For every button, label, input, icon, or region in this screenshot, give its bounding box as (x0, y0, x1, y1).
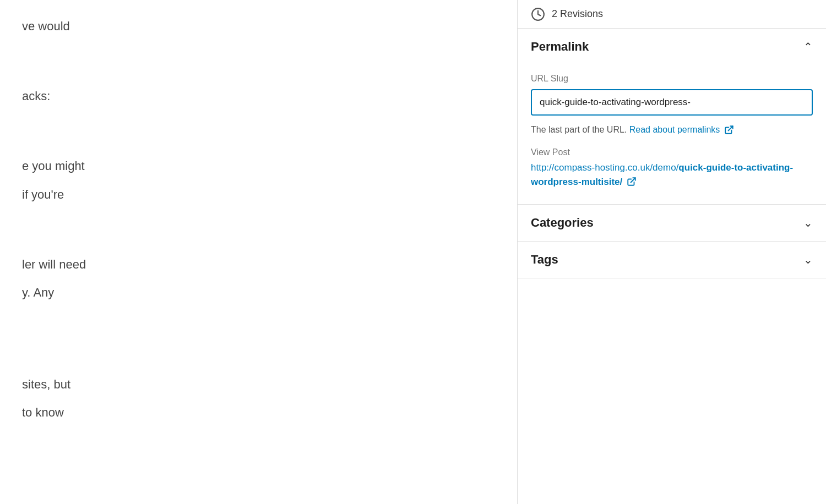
text-line-11: sites, but (22, 375, 495, 394)
text-line-1: ve would (22, 17, 495, 36)
view-post-link[interactable]: http://compass-hosting.co.uk/demo/quick-… (531, 162, 793, 187)
svg-line-1 (728, 126, 732, 130)
view-post-label: View Post (531, 147, 813, 157)
text-line-6: if you're (22, 185, 495, 204)
text-line-2 (22, 45, 495, 78)
content-editor-left: ve would acks: e you might if you're ler… (0, 0, 518, 504)
clock-icon (531, 7, 545, 21)
categories-title: Categories (531, 216, 594, 230)
url-slug-label: URL Slug (531, 74, 813, 84)
tags-title: Tags (531, 253, 558, 267)
sidebar-panel: 2 Revisions Permalink ⌃ URL Slug The las… (518, 0, 826, 504)
chevron-up-icon: ⌃ (803, 40, 813, 53)
revisions-label: 2 Revisions (552, 8, 603, 20)
permalink-help-text: The last part of the URL. Read about per… (531, 123, 813, 136)
categories-section: Categories ⌄ (518, 205, 826, 242)
permalink-section: Permalink ⌃ URL Slug The last part of th… (518, 29, 826, 205)
text-line-3: acks: (22, 86, 495, 106)
revisions-row[interactable]: 2 Revisions (518, 0, 826, 29)
text-line-10 (22, 311, 495, 366)
text-line-9: y. Any (22, 283, 495, 302)
permalink-section-header[interactable]: Permalink ⌃ (518, 29, 826, 65)
view-post-url-block: http://compass-hosting.co.uk/demo/quick-… (531, 161, 813, 189)
text-line-8: ler will need (22, 255, 495, 274)
svg-line-2 (631, 178, 635, 182)
chevron-down-icon-categories: ⌄ (803, 216, 813, 229)
categories-section-header[interactable]: Categories ⌄ (518, 205, 826, 241)
text-line-12: to know (22, 403, 495, 422)
text-line-5: e you might (22, 156, 495, 176)
read-about-permalinks-link[interactable]: Read about permalinks (629, 125, 734, 134)
external-link-icon (724, 125, 734, 135)
tags-section: Tags ⌄ (518, 242, 826, 278)
text-line-7 (22, 213, 495, 246)
view-post-external-icon (627, 177, 637, 187)
permalink-title: Permalink (531, 40, 589, 54)
url-slug-input[interactable] (531, 89, 813, 116)
text-line-4 (22, 114, 495, 147)
tags-section-header[interactable]: Tags ⌄ (518, 242, 826, 278)
permalink-section-body: URL Slug The last part of the URL. Read … (518, 65, 826, 204)
view-post-url-plain: http://compass-hosting.co.uk/demo/ (531, 162, 678, 173)
chevron-down-icon-tags: ⌄ (803, 253, 813, 266)
